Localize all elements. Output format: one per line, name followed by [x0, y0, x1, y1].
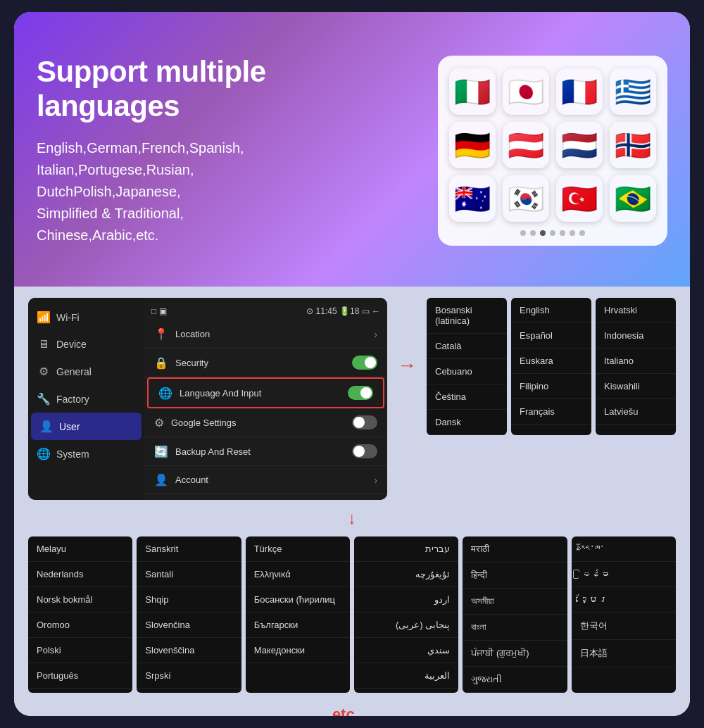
lang-item[interactable]: Norsk bokmål [28, 587, 132, 613]
account-arrow: › [374, 475, 377, 486]
account-icon: 👤 [154, 473, 168, 487]
lang-item[interactable]: Ελληνικά [246, 562, 350, 587]
flags-row-2: 🇩🇪 🇦🇹 🇳🇱 🇳🇴 [449, 122, 656, 168]
top-left: Support multiple languages English,Germa… [37, 55, 360, 246]
lang-item[interactable]: Italiano [596, 349, 676, 374]
settings-item-backup[interactable]: 🔄 Backup And Reset [144, 437, 387, 466]
lang-item[interactable]: سندي [354, 638, 458, 663]
lang-panel-col2: English Español Euskara Filipino Françai… [511, 298, 591, 435]
lang-item[interactable]: Indonesia [596, 323, 676, 349]
lang-item[interactable]: Български [246, 613, 350, 638]
dot-7 [579, 230, 585, 236]
lang-item[interactable]: Shqip [137, 587, 241, 613]
lang-item[interactable]: עברית [354, 536, 458, 562]
dot-6 [570, 230, 575, 236]
settings-row: 📶 Wi-Fi 🖥 Device ⚙ General 🔧 Factory [28, 298, 676, 500]
flag-greece: 🇬🇷 [610, 68, 656, 115]
lang-panel-2-col2: Sanskrit Santali Shqip Slovenčina Sloven… [137, 536, 241, 693]
lang-item[interactable]: 日本語 [572, 640, 676, 667]
lang-item[interactable]: Hrvatski [596, 298, 676, 323]
lang-item[interactable]: Bosanski (latinica) [427, 298, 507, 334]
bottom-section: 📶 Wi-Fi 🖥 Device ⚙ General 🔧 Factory [14, 287, 690, 716]
dot-3 [540, 230, 546, 236]
user-icon: 👤 [39, 420, 54, 433]
lang-item[interactable]: 한국어 [572, 613, 676, 640]
language-toggle[interactable] [348, 386, 373, 400]
lang-item[interactable]: Čeština [427, 384, 507, 410]
lang-item[interactable]: Català [427, 334, 507, 359]
lang-item[interactable]: پنجابی (عربی) [354, 613, 458, 638]
lang-item[interactable]: Euskara [511, 349, 591, 374]
lang-item[interactable]: Filipino [511, 374, 591, 399]
lang-item[interactable]: Polski [28, 638, 132, 663]
sidebar-item-system[interactable]: 🌐 System [28, 440, 144, 467]
sidebar-item-device[interactable]: 🖥 Device [28, 331, 144, 358]
settings-item-location[interactable]: 📍 Location › [144, 320, 387, 349]
lang-item[interactable]: Português [28, 663, 132, 689]
sidebar-item-factory[interactable]: 🔧 Factory [28, 385, 144, 413]
lang-item[interactable]: Dansk [427, 410, 507, 435]
lang-item[interactable]: বাংলা [463, 615, 567, 641]
sidebar-item-wifi[interactable]: 📶 Wi-Fi [28, 303, 144, 331]
lang-panel-2-col6: རྫོང་ཁ་ မြန်မာ ខ្មែរ 한국어 日本語 [572, 536, 676, 693]
lang-item[interactable]: اردو [354, 587, 458, 613]
lang-item[interactable]: ខ្មែរ [572, 587, 676, 613]
location-item-left: 📍 Location [154, 327, 210, 341]
lang-item[interactable]: Melayu [28, 536, 132, 562]
lang-item[interactable]: Nederlands [28, 562, 132, 587]
sidebar-item-general[interactable]: ⚙ General [28, 358, 144, 385]
google-toggle[interactable] [352, 415, 377, 429]
lang-item[interactable]: Türkçe [246, 536, 350, 562]
settings-item-account[interactable]: 👤 Account › [144, 466, 387, 494]
lang-item[interactable]: Kiswahili [596, 374, 676, 399]
lang-item[interactable]: Santali [137, 562, 241, 587]
settings-item-google[interactable]: ⚙ Google Settings [144, 408, 387, 437]
backup-toggle[interactable] [352, 444, 377, 458]
lang-item[interactable]: मराठी [463, 536, 567, 563]
lang-item[interactable]: Oromoo [28, 613, 132, 638]
dot-5 [560, 230, 565, 236]
lang-item[interactable]: Slovenščina [137, 638, 241, 663]
google-label: Google Settings [171, 418, 237, 428]
lang-item[interactable]: မြန်မာ [572, 562, 676, 587]
lang-item[interactable]: Босански (ћирилиц [246, 587, 350, 613]
lang-item[interactable]: Sanskrit [137, 536, 241, 562]
backup-label: Backup And Reset [175, 446, 251, 457]
sidebar-item-label-wifi: Wi-Fi [56, 312, 80, 323]
lang-panel-col1: Bosanski (latinica) Català Cebuano Češti… [427, 298, 507, 435]
status-icons: □ ▣ [151, 306, 167, 316]
sidebar-item-user[interactable]: 👤 User [31, 413, 142, 440]
lang-item[interactable]: Македонски [246, 638, 350, 663]
flags-row-3: 🇦🇺 🇰🇷 🇹🇷 🇧🇷 [449, 175, 656, 222]
lang-panels-row-1: Bosanski (latinica) Català Cebuano Češti… [427, 298, 676, 435]
lang-item[interactable]: ئۇيغۇرچە [354, 562, 458, 587]
lang-item[interactable]: Slovenčina [137, 613, 241, 638]
lang-item[interactable]: Español [511, 323, 591, 349]
lang-panels-row-2: Melayu Nederlands Norsk bokmål Oromoo Po… [28, 536, 676, 693]
lang-item[interactable]: ગુજરાતી [463, 667, 567, 693]
lang-panel-2-col3: Türkçe Ελληνικά Босански (ћирилиц Българ… [246, 536, 350, 693]
sidebar-item-label-device: Device [56, 339, 87, 350]
language-icon: 🌐 [158, 387, 172, 400]
flag-australia: 🇦🇺 [449, 175, 496, 222]
lang-item[interactable]: Cebuano [427, 359, 507, 384]
lang-item[interactable]: ਪੰਜਾਬੀ (ਗੁਰਮੁਖੀ) [463, 641, 567, 667]
lang-item[interactable]: हिन्दी [463, 563, 567, 589]
google-icon: ⚙ [154, 416, 164, 429]
flag-italy: 🇮🇹 [449, 68, 496, 115]
sidebar-item-label-user: User [59, 421, 80, 432]
lang-item[interactable]: རྫོང་ཁ་ [572, 536, 676, 562]
account-label: Account [175, 475, 208, 485]
lang-item-english[interactable]: English [511, 298, 591, 323]
lang-item[interactable]: Français [511, 399, 591, 425]
settings-item-security[interactable]: 🔒 Security [144, 349, 387, 377]
lang-item[interactable]: العربية [354, 663, 458, 689]
lang-item[interactable]: Srpski [137, 663, 241, 689]
language-list-text: English,German,French,Spanish, Italian,P… [37, 137, 360, 246]
lang-item[interactable]: অসমীয়া [463, 589, 567, 615]
account-item-left: 👤 Account [154, 473, 208, 487]
security-toggle[interactable] [352, 356, 377, 370]
settings-item-language[interactable]: 🌐 Language And Input [147, 377, 384, 408]
dot-1 [520, 230, 526, 236]
lang-item[interactable]: Latviešu [596, 399, 676, 425]
